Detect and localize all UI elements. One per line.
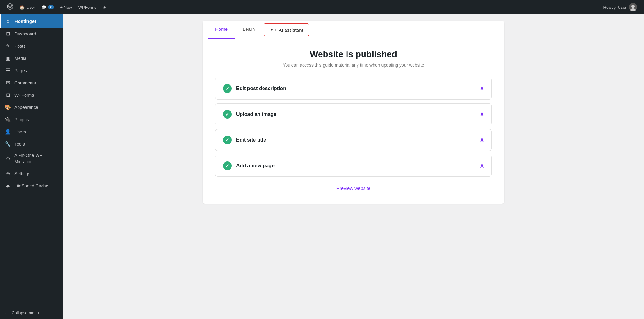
adminbar-new[interactable]: + New bbox=[57, 0, 75, 14]
adminbar-new-label: + New bbox=[60, 5, 72, 10]
sparkle-icon: ✦+ bbox=[270, 27, 277, 33]
sidebar-item-users-label: Users bbox=[14, 129, 26, 134]
accordion-header-add-page[interactable]: Add a new page ∧ bbox=[215, 155, 491, 176]
panel-tabs: Home Learn ✦+ AI assistant bbox=[203, 21, 504, 39]
sidebar-item-pages[interactable]: ☰ Pages bbox=[0, 64, 63, 77]
check-icon-edit-site-title bbox=[223, 136, 232, 144]
adminbar-howdy[interactable]: Howdy, User bbox=[600, 3, 640, 11]
home-icon: 🏠 bbox=[19, 5, 25, 10]
accordion-item-upload-image: Upload an image ∧ bbox=[215, 103, 492, 125]
sidebar-item-allinone[interactable]: ⊙ All-in-One WP Migration bbox=[0, 150, 63, 167]
pages-icon: ☰ bbox=[4, 68, 11, 73]
accordion-title-edit-site-title: Edit site title bbox=[236, 137, 266, 143]
sidebar-item-allinone-label: All-in-One WP Migration bbox=[14, 153, 58, 165]
sidebar-item-media[interactable]: ▣ Media bbox=[0, 52, 63, 64]
sidebar-item-plugins[interactable]: 🔌 Plugins bbox=[0, 113, 63, 126]
admin-sidebar: ⌂ Hostinger ⊞ Dashboard ✎ Posts ▣ Media … bbox=[0, 14, 63, 319]
sidebar-item-tools-label: Tools bbox=[14, 142, 25, 147]
panel-title: Website is published bbox=[215, 49, 492, 59]
adminbar-comments[interactable]: 💬 0 bbox=[38, 0, 57, 14]
avatar bbox=[629, 3, 637, 11]
sidebar-item-media-label: Media bbox=[14, 56, 26, 61]
diamond-icon: ◈ bbox=[103, 5, 106, 10]
accordion-item-edit-site-title: Edit site title ∧ bbox=[215, 129, 492, 151]
accordion-header-edit-site-title[interactable]: Edit site title ∧ bbox=[215, 129, 491, 151]
sidebar-item-litespeed[interactable]: ◆ LiteSpeed Cache bbox=[0, 180, 63, 192]
sidebar-item-posts[interactable]: ✎ Posts bbox=[0, 40, 63, 52]
preview-website-link[interactable]: Preview website bbox=[336, 186, 370, 191]
tab-ai-assistant[interactable]: ✦+ AI assistant bbox=[264, 23, 309, 36]
sidebar-item-hostinger[interactable]: ⌂ Hostinger bbox=[0, 14, 63, 28]
main-content: Home Learn ✦+ AI assistant Website is pu… bbox=[63, 14, 644, 319]
collapse-icon: ← bbox=[4, 311, 8, 315]
adminbar-diamond[interactable]: ◈ bbox=[100, 0, 109, 14]
admin-bar: W 🏠 User 💬 0 + New WPForms ◈ Howdy, User bbox=[0, 0, 644, 14]
sidebar-item-posts-label: Posts bbox=[14, 44, 25, 49]
wp-logo-icon: W bbox=[7, 3, 13, 11]
check-icon-add-page bbox=[223, 161, 232, 170]
accordion-left-add-page: Add a new page bbox=[223, 161, 275, 170]
wpforms-icon: ⊟ bbox=[4, 92, 11, 98]
tab-home-label: Home bbox=[215, 26, 228, 32]
litespeed-icon: ◆ bbox=[4, 183, 11, 189]
tools-icon: 🔧 bbox=[4, 141, 11, 147]
accordion-header-edit-post[interactable]: Edit post description ∧ bbox=[215, 78, 491, 99]
sidebar-item-appearance[interactable]: 🎨 Appearance bbox=[0, 101, 63, 113]
sidebar-item-users[interactable]: 👤 Users bbox=[0, 126, 63, 138]
collapse-menu-label: Collapse menu bbox=[12, 311, 39, 315]
posts-icon: ✎ bbox=[4, 43, 11, 49]
main-layout: ⌂ Hostinger ⊞ Dashboard ✎ Posts ▣ Media … bbox=[0, 14, 644, 319]
chevron-up-upload-image: ∧ bbox=[480, 111, 484, 118]
hostinger-panel: Home Learn ✦+ AI assistant Website is pu… bbox=[203, 21, 504, 204]
accordion-title-add-page: Add a new page bbox=[236, 163, 275, 169]
check-icon-upload-image bbox=[223, 110, 232, 119]
accordion-title-upload-image: Upload an image bbox=[236, 111, 276, 117]
plugins-icon: 🔌 bbox=[4, 116, 11, 122]
chevron-up-add-page: ∧ bbox=[480, 162, 484, 169]
accordion-title-edit-post: Edit post description bbox=[236, 86, 286, 91]
sidebar-item-hostinger-label: Hostinger bbox=[14, 19, 36, 24]
accordion-header-upload-image[interactable]: Upload an image ∧ bbox=[215, 104, 491, 125]
sidebar-item-litespeed-label: LiteSpeed Cache bbox=[14, 183, 48, 188]
sidebar-item-appearance-label: Appearance bbox=[14, 105, 38, 110]
tab-learn[interactable]: Learn bbox=[235, 21, 262, 39]
sidebar-item-comments[interactable]: ✉ Comments bbox=[0, 77, 63, 89]
sidebar-item-comments-label: Comments bbox=[14, 80, 36, 85]
sidebar-item-wpforms[interactable]: ⊟ WPForms bbox=[0, 89, 63, 101]
accordion-left-edit-site-title: Edit site title bbox=[223, 136, 266, 144]
comment-count: 0 bbox=[48, 5, 54, 9]
sidebar-item-settings[interactable]: ⊕ Settings bbox=[0, 167, 63, 180]
accordion-item-edit-post: Edit post description ∧ bbox=[215, 78, 492, 100]
sidebar-item-tools[interactable]: 🔧 Tools bbox=[0, 138, 63, 150]
svg-point-3 bbox=[631, 5, 635, 8]
tab-ai-label: AI assistant bbox=[279, 27, 303, 33]
dashboard-icon: ⊞ bbox=[4, 31, 11, 37]
tab-learn-label: Learn bbox=[243, 26, 255, 32]
accordion-left-upload-image: Upload an image bbox=[223, 110, 276, 119]
panel-body: Website is published You can access this… bbox=[203, 39, 504, 204]
adminbar-wpforms[interactable]: WPForms bbox=[75, 0, 100, 14]
settings-icon: ⊕ bbox=[4, 170, 11, 176]
sidebar-item-dashboard[interactable]: ⊞ Dashboard bbox=[0, 28, 63, 40]
svg-text:W: W bbox=[8, 5, 12, 9]
accordion-left-edit-post: Edit post description bbox=[223, 84, 286, 93]
sidebar-item-settings-label: Settings bbox=[14, 171, 31, 176]
tab-home[interactable]: Home bbox=[208, 21, 235, 39]
sidebar-item-pages-label: Pages bbox=[14, 68, 27, 73]
wp-logo-button[interactable]: W bbox=[4, 0, 16, 14]
chevron-up-edit-post: ∧ bbox=[480, 85, 484, 92]
collapse-menu-button[interactable]: ← Collapse menu bbox=[0, 307, 63, 319]
comments-sidebar-icon: ✉ bbox=[4, 80, 11, 86]
hostinger-icon: ⌂ bbox=[4, 18, 11, 24]
chevron-up-edit-site-title: ∧ bbox=[480, 137, 484, 143]
sidebar-item-wpforms-label: WPForms bbox=[14, 93, 34, 98]
media-icon: ▣ bbox=[4, 55, 11, 61]
users-icon: 👤 bbox=[4, 129, 11, 135]
preview-link-wrap: Preview website bbox=[215, 186, 492, 194]
adminbar-site-label: User bbox=[26, 5, 35, 10]
sidebar-item-dashboard-label: Dashboard bbox=[14, 31, 36, 36]
panel-subtitle: You can access this guide material any t… bbox=[215, 62, 492, 68]
adminbar-site[interactable]: 🏠 User bbox=[16, 0, 38, 14]
check-icon-edit-post bbox=[223, 84, 232, 93]
comments-icon: 💬 bbox=[41, 5, 46, 10]
